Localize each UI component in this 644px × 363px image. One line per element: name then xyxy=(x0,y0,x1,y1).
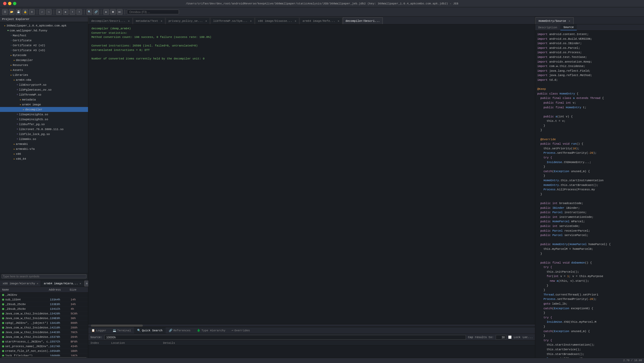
table-row-4[interactable]: Java_com_w_thsz_InsideUse_thB13420h5C0h xyxy=(0,311,88,316)
bottom-tab-overrides[interactable]: ↩Overrides xyxy=(229,327,253,334)
tree-item-23[interactable]: ○ libmmkv.so xyxy=(0,137,88,142)
tree-item-15[interactable]: ▸ metadata xyxy=(0,97,88,102)
table-row-6[interactable]: cpkg(_JNIEnv*, _jobject*)13A10h800h xyxy=(0,321,88,325)
cap-input[interactable] xyxy=(496,335,506,340)
tab-x86-hierarchy[interactable]: x86 image/Hierarchy ✕ xyxy=(0,280,41,287)
toolbar-btn-ref[interactable]: 🔗 xyxy=(93,9,99,15)
editor-horizontal-scrollbar[interactable] xyxy=(88,324,535,327)
toolbar-btn-nav3[interactable]: ⬆ xyxy=(70,9,75,15)
toolbar-btn-play[interactable]: ▶ xyxy=(103,9,109,15)
table-row-9[interactable]: Java_com_w_thsz_InsideUse_thE15378h204h xyxy=(0,335,88,339)
tree-item-24[interactable]: ▸ armeabi xyxy=(0,142,88,146)
toolbar-btn-1[interactable]: ☰ xyxy=(2,9,8,15)
tree-item-0[interactable]: ▸ 360Wallpaper_1.0.4_apkcombo.com.apk xyxy=(0,23,88,28)
tree-item-13[interactable]: ○ libPglmetasec_ov.so xyxy=(0,87,88,92)
tree-item-17[interactable]: ▸ decompiler xyxy=(0,107,88,112)
toolbar-btn-3[interactable]: 💾 xyxy=(16,9,21,15)
table-row-13[interactable]: lock_file(char*)16680h18Ch xyxy=(0,353,88,356)
editor-tab-close-1[interactable]: ✕ xyxy=(161,19,162,23)
maximize-button[interactable] xyxy=(13,2,16,5)
tree-item-12[interactable]: ○ libEncryptorP.so xyxy=(0,82,88,87)
editor-tab-1[interactable]: metadata/Text✕ xyxy=(133,17,165,24)
close-button[interactable] xyxy=(3,2,6,5)
hierarchy-table-rows[interactable]: _JNIEnvsub_133A4133A4h14h_Z8sub_25c8v133… xyxy=(0,293,88,356)
tree-item-22[interactable]: ○ libfile_lock_pg.so xyxy=(0,132,88,137)
tree-item-10[interactable]: ▸ Libraries xyxy=(0,72,88,77)
tree-item-16[interactable]: ▸ arm64 image xyxy=(0,102,88,107)
table-row-7[interactable]: Java_com_w_thsz_InsideUse_thC14210h288h xyxy=(0,325,88,330)
tree-item-14[interactable]: ○ libThreeWP.so xyxy=(0,92,88,97)
toolbar-undo[interactable]: ↩ xyxy=(39,9,45,15)
table-row-2[interactable]: _Z8sub_25c8v133E8h34h xyxy=(0,302,88,307)
tree-item-4[interactable]: · Certificate #2 (v2) xyxy=(0,43,88,48)
bottom-tab-type-hierarchy[interactable]: 🌲Type Hierarchy xyxy=(194,327,229,334)
minimize-button[interactable] xyxy=(8,2,11,5)
editor-tab-5[interactable]: arm64 image/Refe...✕ xyxy=(300,17,342,24)
bottom-tab-terminal[interactable]: 💻Terminal xyxy=(110,327,134,334)
source-input[interactable] xyxy=(104,335,466,340)
table-row-12[interactable]: create_file_if_not_exist(char*)165A8h1B8… xyxy=(0,349,88,353)
bottom-tab-references[interactable]: 🔗References xyxy=(166,327,194,334)
toolbar-btn-nav4[interactable]: ⬇ xyxy=(76,9,82,15)
right-subtab-source[interactable]: Source xyxy=(560,24,577,30)
project-search-input[interactable] xyxy=(2,274,86,278)
editor-tab-close-4[interactable]: ✕ xyxy=(295,19,296,23)
tree-item-19[interactable]: ○ libapminsightb.so xyxy=(0,117,88,122)
tab-x86-close[interactable]: ✕ xyxy=(37,282,38,285)
table-row-10[interactable]: startProcess_(_JNIEnv*, char const*, cha… xyxy=(0,339,88,344)
toolbar-btn-step[interactable]: ⏭ xyxy=(117,9,123,15)
table-row-1[interactable]: sub_133A4133A4h14h xyxy=(0,297,88,302)
right-tab-homeentry[interactable]: HomeEntry/Source ✕ xyxy=(535,17,574,24)
tree-item-3[interactable]: · Certificate xyxy=(0,38,88,43)
tree-item-25[interactable]: ▸ armeabi-v7a xyxy=(0,146,88,151)
tree-item-6[interactable]: ▸ Bytecode xyxy=(0,53,88,58)
tree-item-8[interactable]: ▸ Resources xyxy=(0,63,88,68)
editor-tab-close-3[interactable]: ✕ xyxy=(250,19,252,23)
tree-item-2[interactable]: · Manifest xyxy=(0,33,88,38)
toolbar-btn-2[interactable]: 📂 xyxy=(9,9,15,15)
toolbar-btn-5[interactable]: ⚙ xyxy=(29,9,35,15)
code-field-recvparcel: public Parcel receiverParcel; xyxy=(540,229,642,233)
editor-tab-close-2[interactable]: ✕ xyxy=(205,19,207,23)
tree-item-11[interactable]: ▸ arm64-v8a xyxy=(0,77,88,82)
editor-content[interactable]: decompiler (demp_arm64) Converter statis… xyxy=(88,24,535,324)
right-subtab-description[interactable]: Description xyxy=(535,24,560,30)
toolbar-btn-nav2[interactable]: ▶ xyxy=(63,9,69,15)
toolbar-btn-nav1[interactable]: ◀ xyxy=(56,9,62,15)
table-row-5[interactable]: Java_com_w_thsz_InsideUse_thA139E0h30h xyxy=(0,316,88,321)
tree-item-1[interactable]: ● com.wallpaper.hd.funny xyxy=(0,28,88,33)
toolbar-btn-stop[interactable]: ⏹ xyxy=(110,9,116,15)
tab-arm64-hierarchy[interactable]: arm64 image/Hiera... ✕ xyxy=(41,280,84,287)
table-row-3[interactable]: _Z8sub_25c9v1341Ch4h xyxy=(0,307,88,311)
omnibox-input[interactable] xyxy=(127,10,179,14)
table-row-11[interactable]: set_process_name(_JNIEnv*, _jstring*)161… xyxy=(0,344,88,349)
table-row-8[interactable]: Java_com_w_thsz_InsideUse_thD144C6h70Ch xyxy=(0,330,88,335)
editor-scrollbar-thumb[interactable] xyxy=(91,325,143,327)
tree-item-9[interactable]: ▸ Assets xyxy=(0,68,88,72)
tree-item-21[interactable]: ○ libcronet.76.0.3809.111.so xyxy=(0,127,88,132)
bottom-tab-quick-search[interactable]: 🔍Quick Search xyxy=(134,327,165,334)
tree-item-5[interactable]: · Certificate #3 (v3) xyxy=(0,48,88,53)
tree-item-7[interactable]: ▸ decompiler xyxy=(0,58,88,63)
tree-item-18[interactable]: ○ libapminsighta.so xyxy=(0,112,88,117)
bottom-tab-logger[interactable]: 📋Logger xyxy=(88,327,110,334)
editor-tab-3[interactable]: libThreeWP.so/Sym...✕ xyxy=(210,17,254,24)
tree-item-27[interactable]: ▸ x86_64 xyxy=(0,156,88,161)
tab-arm64-close[interactable]: ✕ xyxy=(79,282,81,285)
editor-tab-0[interactable]: decompiler/Descri...✕ xyxy=(88,17,132,24)
editor-tab-2[interactable]: privacy_policy_se...✕ xyxy=(166,17,210,24)
editor-tab-close-0[interactable]: ✕ xyxy=(128,19,130,23)
right-code-view[interactable]: import android.content.Intent;import and… xyxy=(535,31,644,363)
tree-item-20[interactable]: ○ libbuffer_pg.so xyxy=(0,122,88,127)
tree-item-26[interactable]: ▸ x86 xyxy=(0,151,88,156)
toolbar-btn-4[interactable]: 🔒 xyxy=(22,9,28,15)
editor-tab-close-5[interactable]: ✕ xyxy=(338,19,339,23)
right-tab-close[interactable]: ✕ xyxy=(569,19,570,23)
toolbar-redo[interactable]: ↪ xyxy=(46,9,52,15)
tree-area[interactable]: ▸ 360Wallpaper_1.0.4_apkcombo.com.apk● c… xyxy=(0,22,88,273)
editor-tab-4[interactable]: x86 image/Disasse...✕ xyxy=(255,17,299,24)
lock-checkbox[interactable] xyxy=(508,335,512,339)
table-row-0[interactable]: _JNIEnv xyxy=(0,293,88,297)
toolbar-btn-search[interactable]: 🔍 xyxy=(86,9,92,15)
editor-tab-6[interactable]: decompiler/Descri... xyxy=(343,17,383,24)
